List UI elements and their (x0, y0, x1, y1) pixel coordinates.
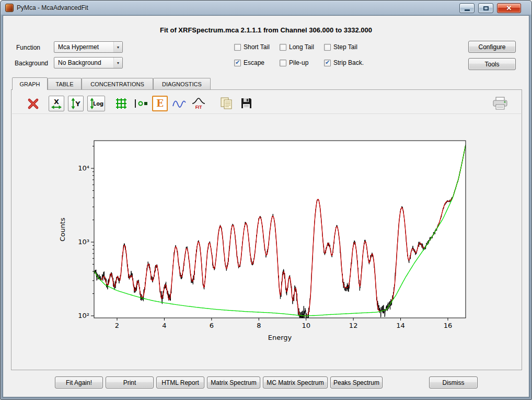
x-autoscale-icon: X (50, 97, 63, 110)
background-combobox[interactable]: No Background ▼ (54, 57, 123, 68)
y-autoscale-button[interactable]: Y (68, 96, 84, 111)
zoom-reset-button[interactable] (26, 96, 41, 111)
background-label: Background (15, 60, 48, 67)
peak-markers-button[interactable] (133, 96, 148, 111)
background-value: No Background (58, 59, 113, 66)
matrix-spectrum-button[interactable]: Matrix Spectrum (207, 376, 260, 388)
window: PyMca - McaAdvancedFit ✕ Fit of XRFSpect… (0, 0, 532, 400)
zoom-reset-icon (27, 97, 40, 110)
save-icon (240, 97, 253, 110)
plot-toolbar: X Y Log E (12, 93, 521, 114)
mc-matrix-spectrum-button[interactable]: MC Matrix Spectrum (263, 376, 328, 388)
function-value: Mca Hypermet (58, 43, 113, 51)
function-combobox[interactable]: Mca Hypermet ▼ (54, 41, 123, 53)
checkbox-long-tail[interactable]: Long Tail (280, 43, 314, 51)
svg-text:Log: Log (93, 101, 103, 107)
tools-button[interactable]: Tools (468, 58, 516, 70)
checkbox-step-tail[interactable]: Step Tail (324, 43, 357, 51)
wave-icon (172, 98, 187, 109)
energy-icon: E (154, 97, 166, 110)
checkbox-short-tail[interactable]: Short Tail (234, 43, 270, 51)
dismiss-button[interactable]: Dismiss (429, 376, 478, 388)
svg-text:E: E (156, 98, 164, 109)
svg-text:10²: 10² (78, 312, 89, 319)
svg-text:16: 16 (444, 322, 453, 329)
svg-text:X: X (54, 98, 59, 106)
function-label: Function (16, 44, 40, 51)
energy-selection-button[interactable]: E (152, 96, 168, 111)
peaks-spectrum-button[interactable]: Peaks Spectrum (330, 376, 383, 388)
fit-header: Fit of XRFSpectrum.mca 2.1.1.1 from Chan… (1, 26, 531, 34)
log-scale-button[interactable]: Log (87, 96, 105, 111)
svg-text:10⁴: 10⁴ (78, 164, 89, 172)
chevron-down-icon: ▼ (113, 58, 122, 68)
svg-text:FIT: FIT (195, 105, 203, 110)
checkbox-escape[interactable]: Escape (234, 59, 264, 66)
svg-text:2: 2 (115, 322, 119, 329)
chevron-down-icon: ▼ (113, 42, 122, 52)
log-scale-icon: Log (89, 97, 103, 110)
configure-button[interactable]: Configure (468, 41, 516, 53)
fit-button[interactable]: FIT (191, 96, 206, 111)
svg-text:Energy: Energy (268, 334, 292, 341)
svg-text:6: 6 (210, 322, 214, 329)
grid-icon (115, 98, 127, 109)
short-tail-checkbox[interactable] (234, 44, 241, 51)
checkbox-strip-back[interactable]: Strip Back. (324, 59, 364, 66)
checkbox-pileup[interactable]: Pile-up (280, 59, 308, 66)
svg-text:4: 4 (162, 322, 166, 329)
copy-icon (219, 96, 234, 111)
spectrum-plot[interactable]: 24681012141610²10³10⁴CountsEnergy (11, 119, 523, 344)
y-autoscale-icon: Y (70, 97, 82, 110)
svg-text:Y: Y (75, 100, 80, 108)
svg-text:10³: 10³ (78, 238, 89, 246)
svg-text:12: 12 (349, 322, 358, 329)
fit-again-button[interactable]: Fit Again! (55, 376, 103, 388)
svg-text:Counts: Counts (59, 218, 66, 242)
tab-graph[interactable]: GRAPH (12, 77, 48, 90)
svg-text:14: 14 (396, 322, 405, 329)
peak-markers-icon (133, 98, 148, 109)
print-report-button[interactable]: Print (106, 376, 154, 388)
calibration-wave-button[interactable] (171, 96, 187, 111)
escape-checkbox[interactable] (234, 60, 241, 66)
tab-diagnostics[interactable]: DIAGNOSTICS (153, 78, 211, 89)
tab-table[interactable]: TABLE (48, 78, 82, 89)
html-report-button[interactable]: HTML Report (156, 376, 204, 388)
print-icon (492, 96, 507, 111)
tab-concentrations[interactable]: CONCENTRATIONS (82, 78, 153, 89)
save-button[interactable] (238, 96, 254, 111)
step-tail-checkbox[interactable] (324, 44, 331, 51)
x-autoscale-button[interactable]: X (49, 96, 64, 111)
svg-text:8: 8 (257, 322, 261, 329)
pileup-checkbox[interactable] (280, 60, 286, 66)
graph-pane: X Y Log E (11, 89, 522, 370)
grid-toggle-button[interactable] (113, 96, 129, 111)
copy-to-clipboard-button[interactable] (219, 96, 235, 111)
fit-icon: FIT (191, 97, 206, 110)
long-tail-checkbox[interactable] (280, 44, 286, 51)
strip-back-checkbox[interactable] (324, 60, 331, 66)
svg-text:10: 10 (302, 322, 310, 329)
print-button[interactable] (492, 96, 507, 111)
